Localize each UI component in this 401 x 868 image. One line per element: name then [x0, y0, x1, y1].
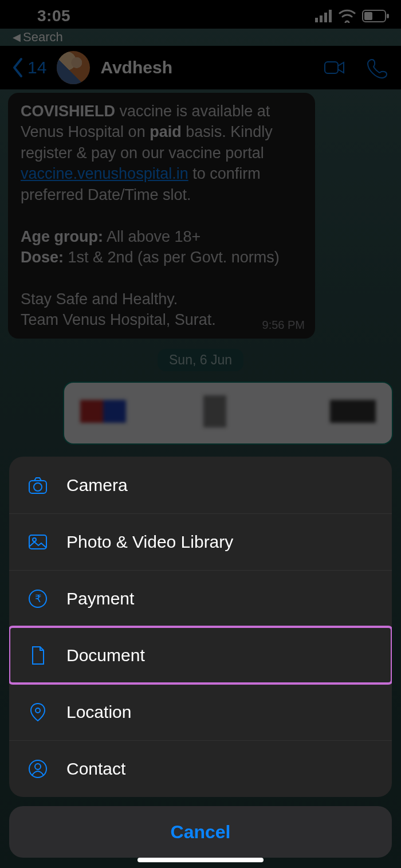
sheet-item-label: Payment — [66, 589, 134, 608]
svg-rect-10 — [29, 535, 46, 549]
sheet-item-label: Camera — [66, 476, 128, 495]
sheet-item-contact[interactable]: Contact — [9, 740, 392, 797]
camera-icon — [27, 475, 48, 496]
sheet-item-camera[interactable]: Camera — [9, 457, 392, 513]
sheet-item-label: Photo & Video Library — [66, 532, 233, 552]
sheet-item-label: Contact — [66, 759, 125, 779]
document-icon — [27, 645, 48, 666]
cancel-label: Cancel — [171, 822, 231, 843]
sheet-item-location[interactable]: Location — [9, 684, 392, 740]
svg-point-16 — [35, 764, 41, 769]
photo-library-icon — [27, 532, 48, 552]
location-icon — [27, 702, 48, 722]
sheet-item-photo-video-library[interactable]: Photo & Video Library — [9, 513, 392, 570]
sheet-item-document[interactable]: Document — [9, 627, 392, 684]
svg-point-9 — [34, 483, 42, 491]
payment-icon: ₹ — [27, 588, 48, 609]
sheet-item-label: Document — [66, 646, 145, 665]
svg-point-11 — [33, 538, 36, 541]
contact-icon — [27, 759, 48, 779]
attachment-action-sheet: CameraPhoto & Video Library₹PaymentDocum… — [9, 457, 392, 858]
cancel-button[interactable]: Cancel — [9, 806, 392, 858]
home-indicator[interactable] — [137, 858, 264, 862]
svg-text:₹: ₹ — [35, 593, 41, 604]
svg-point-14 — [36, 708, 40, 713]
sheet-item-payment[interactable]: ₹Payment — [9, 570, 392, 627]
sheet-item-label: Location — [66, 702, 131, 722]
